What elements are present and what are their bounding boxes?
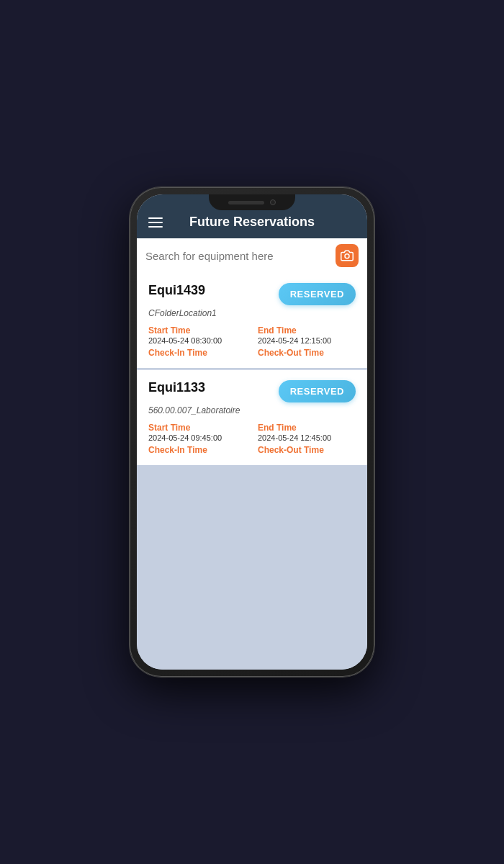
- end-time-value-2: 2024-05-24 12:45:00: [258, 433, 356, 442]
- time-grid-2: Start Time 2024-05-24 09:45:00 Check-In …: [148, 423, 356, 455]
- checkout-label-2: Check-Out Time: [258, 445, 356, 455]
- location-1: CFolderLocation1: [148, 308, 356, 318]
- end-time-section-2: End Time 2024-05-24 12:45:00 Check-Out T…: [258, 423, 356, 455]
- card-header-2: Equi1133 RESERVED: [148, 380, 356, 402]
- equipment-name-1: Equi1439: [148, 283, 205, 298]
- checkout-label-1: Check-Out Time: [258, 348, 356, 358]
- phone-screen: Future Reservations Equi1439 RESERVED CF…: [137, 194, 367, 670]
- svg-point-0: [345, 254, 349, 258]
- hamburger-menu-button[interactable]: [148, 217, 163, 228]
- front-camera: [270, 199, 276, 205]
- search-input[interactable]: [145, 250, 330, 262]
- end-time-value-1: 2024-05-24 12:15:00: [258, 336, 356, 345]
- end-time-section-1: End Time 2024-05-24 12:15:00 Check-Out T…: [258, 325, 356, 358]
- start-time-label-1: Start Time: [148, 325, 246, 336]
- reservation-card-2: Equi1133 RESERVED 560.00.007_Laboratoire…: [137, 370, 367, 465]
- time-grid-1: Start Time 2024-05-24 08:30:00 Check-In …: [148, 325, 356, 358]
- phone-frame: Future Reservations Equi1439 RESERVED CF…: [130, 187, 374, 677]
- start-time-value-2: 2024-05-24 09:45:00: [148, 433, 246, 442]
- checkin-label-2: Check-In Time: [148, 445, 246, 455]
- start-time-value-1: 2024-05-24 08:30:00: [148, 336, 246, 345]
- start-time-section-1: Start Time 2024-05-24 08:30:00 Check-In …: [148, 325, 246, 358]
- start-time-section-2: Start Time 2024-05-24 09:45:00 Check-In …: [148, 423, 246, 455]
- reserved-button-2[interactable]: RESERVED: [279, 380, 356, 402]
- card-header-1: Equi1439 RESERVED: [148, 283, 356, 305]
- reserved-button-1[interactable]: RESERVED: [279, 283, 356, 305]
- camera-search-button[interactable]: [336, 244, 359, 267]
- speaker: [228, 201, 264, 204]
- checkin-label-1: Check-In Time: [148, 348, 246, 358]
- camera-icon: [341, 249, 354, 262]
- search-bar-container: [137, 238, 367, 273]
- start-time-label-2: Start Time: [148, 423, 246, 433]
- reservation-card: Equi1439 RESERVED CFolderLocation1 Start…: [137, 273, 367, 368]
- content-area: Equi1439 RESERVED CFolderLocation1 Start…: [137, 273, 367, 670]
- location-2: 560.00.007_Laboratoire: [148, 405, 356, 415]
- end-time-label-1: End Time: [258, 325, 356, 336]
- page-title: Future Reservations: [171, 215, 333, 230]
- phone-notch: [209, 194, 295, 210]
- equipment-name-2: Equi1133: [148, 380, 205, 395]
- end-time-label-2: End Time: [258, 423, 356, 433]
